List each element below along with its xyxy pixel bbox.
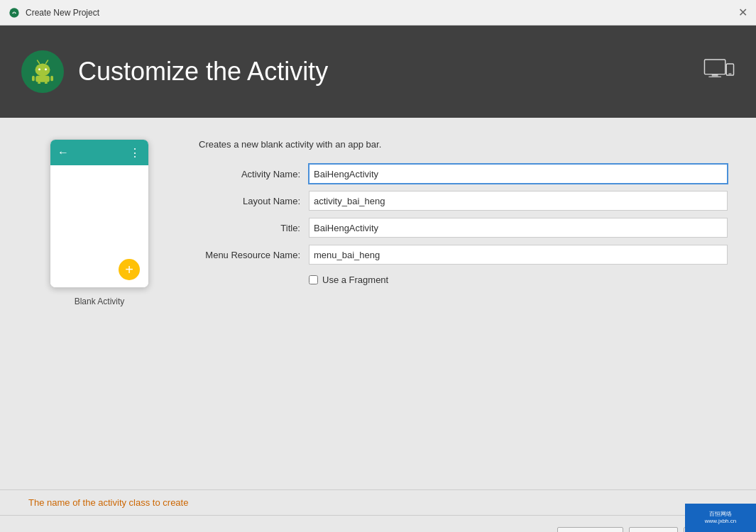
layout-name-label: Layout Name: <box>199 196 309 206</box>
form-section: Activity Name: Layout Name: Title: Menu … <box>199 164 728 285</box>
menu-resource-label: Menu Resource Name: <box>199 250 309 260</box>
header: Customize the Activity <box>0 26 756 118</box>
device-icon <box>703 55 735 87</box>
main-content: ← ⋮ + Blank Activity Creates a new blank… <box>0 118 756 489</box>
svg-point-3 <box>35 63 50 76</box>
fragment-checkbox-row: Use a Fragment <box>309 275 728 285</box>
use-fragment-label[interactable]: Use a Fragment <box>322 275 388 285</box>
menu-resource-row: Menu Resource Name: <box>199 245 728 265</box>
device-icon-container <box>703 55 735 89</box>
svg-rect-17 <box>728 73 731 74</box>
layout-name-input[interactable] <box>309 191 728 211</box>
svg-point-0 <box>9 8 18 17</box>
title-row: Title: <box>199 218 728 238</box>
phone-preview: ← ⋮ + <box>50 139 149 288</box>
phone-fab-button: + <box>119 259 140 280</box>
description-text: Creates a new blank activity with an app… <box>199 139 728 150</box>
title-bar: Create New Project ✕ <box>0 0 756 26</box>
svg-point-4 <box>38 68 40 70</box>
layout-name-row: Layout Name: <box>199 191 728 211</box>
svg-rect-8 <box>35 75 50 82</box>
watermark: 百恒网络www.jxbh.cn <box>685 504 756 532</box>
title-label: Title: <box>199 223 309 233</box>
use-fragment-checkbox[interactable] <box>309 275 318 284</box>
phone-back-arrow-icon: ← <box>57 146 69 159</box>
android-icon <box>30 58 55 86</box>
page-title: Customize the Activity <box>78 57 328 87</box>
title-bar-left: Create New Project <box>9 7 99 18</box>
svg-point-2 <box>15 13 16 13</box>
next-button[interactable]: Next <box>629 527 678 533</box>
activity-name-label: Activity Name: <box>199 169 309 179</box>
title-bar-text: Create New Project <box>26 8 99 18</box>
bottom-note: The name of the activity class to create <box>0 490 756 515</box>
activity-name-input[interactable] <box>309 164 728 184</box>
watermark-text: 百恒网络www.jxbh.cn <box>705 511 736 526</box>
svg-point-5 <box>45 68 47 70</box>
svg-rect-9 <box>32 75 35 81</box>
svg-point-1 <box>13 13 13 13</box>
menu-resource-input[interactable] <box>309 245 728 265</box>
close-button[interactable]: ✕ <box>738 7 747 18</box>
svg-line-7 <box>46 60 48 64</box>
svg-rect-13 <box>704 60 725 74</box>
footer: Previous Next Cancel 百恒网络www.jxbh.cn <box>0 515 756 532</box>
left-panel: ← ⋮ + Blank Activity <box>28 139 170 468</box>
blank-activity-label: Blank Activity <box>75 297 125 306</box>
svg-rect-10 <box>50 75 53 81</box>
svg-rect-14 <box>712 74 718 77</box>
phone-app-bar: ← ⋮ <box>50 140 148 165</box>
phone-menu-icon: ⋮ <box>129 146 141 160</box>
previous-button[interactable]: Previous <box>557 527 623 533</box>
right-panel: Creates a new blank activity with an app… <box>199 139 728 468</box>
android-logo <box>21 50 64 93</box>
title-input[interactable] <box>309 218 728 238</box>
activity-name-row: Activity Name: <box>199 164 728 184</box>
phone-body: + <box>50 165 148 288</box>
android-logo-small <box>9 7 20 18</box>
svg-line-6 <box>38 60 40 64</box>
svg-rect-15 <box>708 77 721 77</box>
